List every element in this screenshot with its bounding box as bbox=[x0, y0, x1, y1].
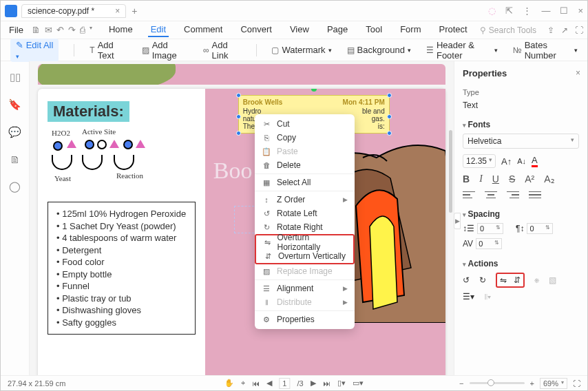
hand-tool-icon[interactable]: ✋ bbox=[224, 379, 234, 388]
cloud-icon[interactable]: ◌ bbox=[488, 6, 496, 16]
align-justify-button[interactable] bbox=[529, 190, 541, 200]
underline-button[interactable]: U bbox=[492, 173, 499, 184]
first-page-icon[interactable]: ⏮ bbox=[252, 379, 260, 388]
redo-icon[interactable]: ↷ bbox=[68, 25, 76, 35]
ctx-copy[interactable]: ⎘Copy bbox=[255, 131, 355, 145]
open-external-icon[interactable]: ↗ bbox=[561, 25, 568, 35]
ctx-overturn-vertical[interactable]: ⇵Overturn Vertically bbox=[256, 249, 353, 263]
ctx-z-order[interactable]: ↕Z Order▶ bbox=[255, 193, 355, 207]
close-panel-icon[interactable]: × bbox=[576, 68, 580, 78]
watermark-button[interactable]: ▢Watermark▾ bbox=[271, 45, 331, 55]
line-spacing-input[interactable]: ↕☰0⇅ bbox=[463, 223, 503, 234]
add-text-button[interactable]: TAdd Text bbox=[90, 40, 126, 61]
zoom-slider[interactable] bbox=[470, 382, 525, 384]
bates-number-button[interactable]: №Bates Number▾ bbox=[513, 40, 578, 61]
maximize-icon[interactable]: ☐ bbox=[560, 6, 568, 16]
font-size-input[interactable]: 12.35 ▾ bbox=[463, 154, 496, 168]
mail-icon[interactable]: ✉ bbox=[45, 25, 52, 35]
thumbnails-icon[interactable]: ▯▯ bbox=[10, 71, 21, 83]
collapse-panel-icon[interactable]: ▶ bbox=[454, 213, 461, 229]
fonts-section[interactable]: Fonts bbox=[463, 120, 579, 129]
background-button[interactable]: ▤Background▾ bbox=[347, 45, 411, 55]
kebab-menu-icon[interactable]: ⋮ bbox=[523, 6, 532, 16]
search-panel-icon[interactable]: ◯ bbox=[9, 180, 21, 193]
menu-view[interactable]: View bbox=[287, 23, 312, 37]
menu-page[interactable]: Page bbox=[324, 23, 350, 37]
char-spacing-input[interactable]: AV0⇅ bbox=[463, 238, 502, 249]
undo-icon[interactable]: ↶ bbox=[56, 25, 64, 35]
header-footer-button[interactable]: ☰Header & Footer▾ bbox=[426, 40, 498, 61]
font-family-select[interactable]: Helvetica ▾ bbox=[463, 134, 579, 149]
decrease-font-icon[interactable]: A↓ bbox=[517, 157, 526, 165]
menu-tool[interactable]: Tool bbox=[363, 23, 385, 37]
attachments-icon[interactable]: 🗎 bbox=[10, 154, 20, 165]
scrollbar[interactable] bbox=[449, 130, 452, 213]
add-tab-icon[interactable]: + bbox=[132, 6, 137, 17]
flip-horizontal-action[interactable]: ⇋ bbox=[500, 275, 507, 285]
search-tools[interactable]: ⚲ Search Tools bbox=[480, 25, 536, 35]
ctx-overturn-horizontal[interactable]: ⇋Overturn Horizontally bbox=[256, 235, 353, 249]
superscript-button[interactable]: A² bbox=[525, 173, 534, 184]
menu-form[interactable]: Form bbox=[397, 23, 423, 37]
align-action[interactable]: ☰▾ bbox=[463, 292, 474, 302]
add-link-button[interactable]: ∞Add Link bbox=[203, 40, 241, 61]
ctx-rotate-left[interactable]: ↺Rotate Left bbox=[255, 207, 355, 220]
menu-edit[interactable]: Edit bbox=[148, 23, 169, 37]
rotate-handle[interactable] bbox=[311, 89, 317, 92]
save-icon[interactable]: 🗎 bbox=[32, 25, 41, 35]
upload-icon[interactable]: ⇪ bbox=[547, 25, 554, 35]
strikethrough-button[interactable]: S bbox=[509, 173, 515, 184]
expand-icon[interactable]: ⛶ bbox=[575, 25, 583, 35]
para-spacing-input[interactable]: ¶↕0⇅ bbox=[516, 223, 553, 234]
document-tab[interactable]: science-copy.pdf * × bbox=[21, 4, 126, 18]
ctx-properties[interactable]: ⚙Properties bbox=[255, 313, 355, 326]
bookmark-icon[interactable]: 🔖 bbox=[8, 98, 21, 111]
print-icon[interactable]: ⎙ bbox=[80, 25, 85, 35]
ctx-delete[interactable]: 🗑Delete bbox=[255, 158, 355, 172]
prev-page-icon[interactable]: ◀ bbox=[266, 379, 272, 388]
comments-icon[interactable]: 💬 bbox=[8, 126, 21, 138]
print-dropdown-icon[interactable]: ▾ bbox=[90, 25, 92, 35]
page-input[interactable]: 1 bbox=[279, 378, 290, 389]
close-window-icon[interactable]: × bbox=[578, 6, 583, 16]
actions-section[interactable]: Actions bbox=[463, 259, 579, 268]
share-icon[interactable]: ⇱ bbox=[505, 6, 513, 16]
menu-convert[interactable]: Convert bbox=[238, 23, 275, 37]
ctx-cut[interactable]: ✂Cut bbox=[255, 117, 355, 131]
zoom-value[interactable]: 69%▾ bbox=[540, 378, 567, 389]
spacing-section[interactable]: Spacing bbox=[463, 209, 579, 219]
italic-button[interactable]: I bbox=[479, 173, 483, 184]
increase-font-icon[interactable]: A↑ bbox=[501, 156, 512, 167]
font-color-icon[interactable]: A bbox=[532, 155, 538, 167]
add-image-button[interactable]: ▨Add Image bbox=[142, 40, 188, 61]
align-center-button[interactable] bbox=[485, 190, 497, 200]
menu-home[interactable]: Home bbox=[106, 23, 136, 37]
last-page-icon[interactable]: ⏭ bbox=[323, 379, 330, 388]
crop-action[interactable]: ⎈ bbox=[534, 275, 539, 285]
select-tool-icon[interactable]: ⌖ bbox=[241, 379, 245, 388]
view-mode-icon[interactable]: ▯▾ bbox=[337, 379, 346, 388]
subscript-button[interactable]: A₂ bbox=[544, 173, 554, 184]
next-page-icon[interactable]: ▶ bbox=[311, 379, 316, 388]
layout-icon[interactable]: ▭▾ bbox=[353, 379, 364, 388]
menu-file[interactable]: File bbox=[5, 23, 28, 36]
document-canvas[interactable]: W Materials: H2O2 Active Site Yeast Reac… bbox=[30, 61, 454, 375]
ctx-select-all[interactable]: ▦Select All bbox=[255, 176, 355, 189]
bold-button[interactable]: B bbox=[463, 173, 470, 184]
rotate-left-action[interactable]: ↺ bbox=[463, 275, 470, 285]
zoom-out-icon[interactable]: − bbox=[459, 379, 463, 388]
minimize-icon[interactable]: — bbox=[541, 6, 550, 16]
rotate-right-action[interactable]: ↻ bbox=[479, 275, 486, 285]
align-left-button[interactable] bbox=[463, 190, 475, 200]
tab-close-icon[interactable]: × bbox=[115, 6, 120, 16]
extract-action[interactable]: ▧ bbox=[549, 275, 556, 285]
menu-protect[interactable]: Protect bbox=[436, 23, 470, 37]
flip-vertical-action[interactable]: ⇵ bbox=[514, 275, 521, 285]
ctx-rotate-right[interactable]: ↻Rotate Right bbox=[255, 220, 355, 234]
align-right-button[interactable] bbox=[507, 190, 519, 200]
fit-page-icon[interactable]: ⛶ bbox=[573, 379, 580, 388]
zoom-in-icon[interactable]: + bbox=[530, 379, 534, 388]
distribute-action[interactable]: ⫴▾ bbox=[484, 292, 491, 302]
menu-comment[interactable]: Comment bbox=[181, 23, 225, 37]
ctx-alignment[interactable]: ☰Alignment▶ bbox=[255, 282, 355, 295]
